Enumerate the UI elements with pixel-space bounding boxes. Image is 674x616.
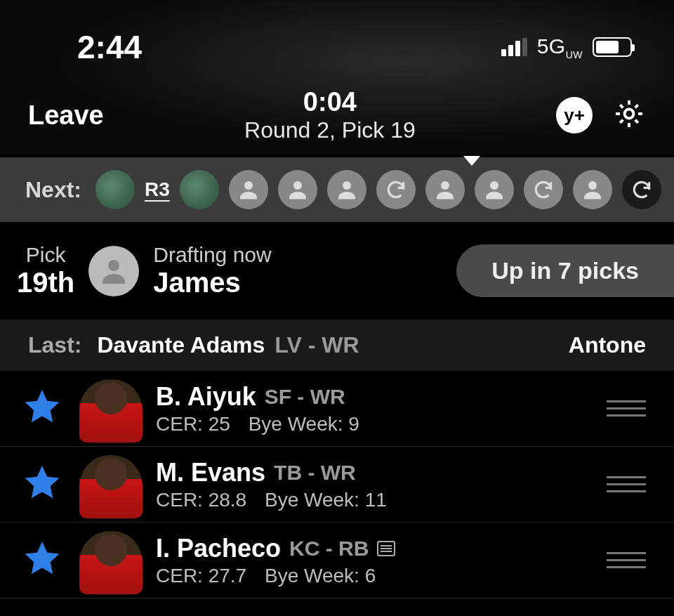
player-headshot	[76, 451, 146, 518]
team-avatar[interactable]	[229, 170, 268, 209]
last-pick-by: Antone	[569, 332, 646, 358]
person-icon	[285, 177, 310, 202]
player-stats: CER: 27.7 Bye Week: 6	[156, 565, 597, 587]
refresh-icon	[630, 178, 653, 201]
round-pick-label: Round 2, Pick 19	[104, 117, 556, 143]
drafting-now-row: Pick 19th Drafting now James Up in 7 pic…	[0, 222, 674, 320]
autopick-team-avatar[interactable]	[524, 170, 563, 209]
caret-down-icon	[463, 156, 480, 166]
player-pos: KC - RB	[289, 537, 369, 561]
player-info: M. Evans TB - WR CER: 28.8 Bye Week: 11	[156, 458, 597, 511]
team-avatar[interactable]	[180, 170, 219, 209]
team-avatar[interactable]	[278, 170, 317, 209]
drag-handle[interactable]	[607, 552, 646, 568]
team-avatar[interactable]	[327, 170, 366, 209]
player-pos: TB - WR	[274, 461, 356, 485]
star-icon	[21, 462, 63, 504]
network-label: 5GUW	[537, 34, 583, 60]
status-bar: 2:44 5GUW	[0, 0, 674, 80]
leave-button[interactable]: Leave	[28, 100, 104, 131]
battery-icon	[593, 37, 632, 57]
player-info: I. Pacheco KC - RB CER: 27.7 Bye Week: 6	[156, 534, 597, 587]
refresh-icon	[532, 178, 555, 201]
drag-handle[interactable]	[607, 476, 646, 492]
person-icon	[432, 177, 458, 202]
team-avatar[interactable]	[95, 170, 135, 209]
last-player-name: Davante Adams	[97, 332, 265, 358]
person-icon	[482, 177, 507, 202]
player-name: I. Pacheco	[156, 534, 281, 563]
person-icon	[236, 177, 261, 202]
player-info: B. Aiyuk SF - WR CER: 25 Bye Week: 9	[156, 382, 597, 435]
svg-point-2	[293, 181, 302, 190]
refresh-icon	[385, 178, 407, 201]
svg-point-6	[588, 181, 597, 190]
svg-point-4	[441, 181, 449, 190]
next-picks-row[interactable]: Next: R3	[0, 157, 674, 222]
drafter-text: Drafting now James	[153, 243, 271, 299]
player-headshot	[76, 375, 146, 443]
player-stats: CER: 28.8 Bye Week: 11	[156, 489, 597, 511]
autopick-team-avatar[interactable]	[376, 170, 416, 209]
svg-point-3	[343, 181, 351, 190]
settings-button[interactable]	[612, 97, 646, 133]
drafter-avatar[interactable]	[88, 246, 139, 296]
svg-point-5	[490, 181, 498, 190]
round-marker: R3	[145, 178, 170, 201]
player-pos: SF - WR	[265, 385, 345, 409]
last-pick-row[interactable]: Last: Davante Adams LV - WR Antone	[0, 320, 674, 371]
drag-handle[interactable]	[607, 400, 646, 417]
svg-point-7	[108, 260, 119, 271]
player-row[interactable]: B. Aiyuk SF - WR CER: 25 Bye Week: 9	[0, 371, 674, 447]
svg-point-0	[625, 110, 634, 119]
pick-number-block: Pick 19th	[17, 243, 74, 299]
signal-icon	[501, 38, 527, 56]
person-icon	[334, 177, 359, 202]
team-avatar[interactable]	[573, 170, 612, 209]
team-avatar[interactable]	[425, 170, 465, 209]
favorite-star-button[interactable]	[21, 538, 66, 583]
person-icon	[97, 254, 131, 288]
player-stats: CER: 25 Bye Week: 9	[156, 413, 597, 435]
draft-timer-block: 0:04 Round 2, Pick 19	[104, 87, 556, 143]
star-icon	[21, 386, 63, 428]
svg-point-1	[244, 181, 253, 190]
up-in-pill[interactable]: Up in 7 picks	[456, 244, 674, 297]
favorite-star-button[interactable]	[21, 462, 66, 507]
status-time: 2:44	[77, 28, 142, 66]
person-icon	[580, 177, 605, 202]
gear-icon	[612, 97, 646, 131]
note-icon	[377, 541, 395, 556]
team-avatar[interactable]	[475, 170, 514, 209]
autopick-team-avatar[interactable]	[622, 170, 661, 209]
status-right: 5GUW	[501, 34, 632, 60]
player-row[interactable]: I. Pacheco KC - RB CER: 27.7 Bye Week: 6	[0, 523, 674, 598]
yahoo-plus-button[interactable]: y+	[556, 97, 593, 133]
next-label: Next:	[25, 177, 81, 203]
player-headshot	[76, 527, 146, 594]
player-list: B. Aiyuk SF - WR CER: 25 Bye Week: 9 M. …	[0, 371, 674, 598]
player-row[interactable]: M. Evans TB - WR CER: 28.8 Bye Week: 11	[0, 447, 674, 523]
top-bar: Leave 0:04 Round 2, Pick 19 y+	[0, 80, 674, 157]
player-name: M. Evans	[156, 458, 265, 487]
last-label: Last:	[28, 332, 81, 358]
pick-timer: 0:04	[104, 87, 556, 117]
favorite-star-button[interactable]	[21, 386, 66, 431]
last-player-pos: LV - WR	[275, 332, 359, 358]
star-icon	[21, 538, 63, 580]
player-name: B. Aiyuk	[156, 382, 256, 412]
